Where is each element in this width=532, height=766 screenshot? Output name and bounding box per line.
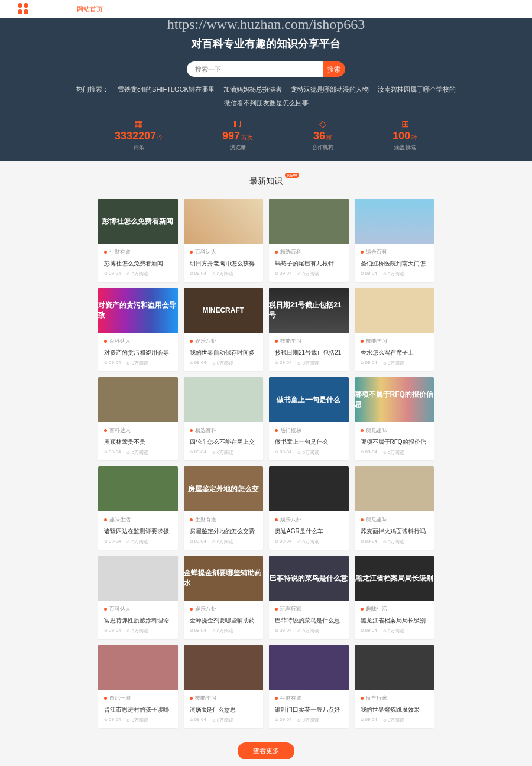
card-title: 富思特弹性质感涂料理论用量 xyxy=(104,616,172,624)
card-image: 税日期21号截止包括21号 xyxy=(269,288,349,333)
card-title: 荞麦面拌火鸡面酱料行吗 xyxy=(361,527,429,535)
card-title: 晋江市思进村的孩子读哪个中学 xyxy=(104,706,172,713)
knowledge-card[interactable]: 百科达人 黑顶林莺贵不贵 09-040万阅读 xyxy=(98,377,178,460)
card-category: 百科达人 xyxy=(104,337,172,345)
card-title: 黑龙江省档案局局长级别 xyxy=(361,616,429,624)
card-category: 生财有道 xyxy=(104,248,172,256)
hot-search-label: 热门搜索： xyxy=(76,86,109,93)
card-meta: 09-040万阅读 xyxy=(275,271,343,277)
card-image xyxy=(98,466,178,511)
load-more-button[interactable]: 查看更多 xyxy=(238,742,294,759)
card-title: 诸暨四达在监测评要求摄像头吗 xyxy=(104,527,172,535)
knowledge-card[interactable]: 技能学习 香水怎么留在席子上 09-040万阅读 xyxy=(355,288,434,371)
stat-item: ▦ 3332207个 词条 xyxy=(115,118,163,151)
card-image: 巴菲特说的菜鸟是什么意 xyxy=(269,556,349,601)
card-image xyxy=(269,645,349,690)
hot-search-item[interactable]: 加油妈妈杨总扮演者 xyxy=(223,86,282,93)
card-title: 蝎蝽子的尾巴有几根针 xyxy=(275,259,343,267)
stat-icon: ⊞ xyxy=(392,118,417,128)
card-category: 精选百科 xyxy=(275,248,343,256)
card-category: 综合百科 xyxy=(361,248,429,256)
stat-number: 100 xyxy=(392,130,410,142)
card-image xyxy=(355,645,434,690)
knowledge-card[interactable]: 趣味生活 诸暨四达在监测评要求摄像头吗 09-040万阅读 xyxy=(98,466,178,550)
stat-number: 36 xyxy=(313,130,325,142)
card-meta: 09-040万阅读 xyxy=(275,360,343,366)
card-image xyxy=(98,556,178,601)
card-category: 热门楼梯 xyxy=(275,427,343,434)
stat-label: 浏览量 xyxy=(222,144,253,151)
knowledge-card[interactable]: MINECRAFT 娱乐八卦 我的世界自动保存时间多少合适 09-040万阅读 xyxy=(184,288,264,371)
stat-item: ◇ 36家 合作机构 xyxy=(312,118,333,151)
knowledge-card[interactable]: 巴菲特说的菜鸟是什么意 玩车行家 巴菲特说的菜鸟是什么意思 09-040万阅读 xyxy=(269,556,349,639)
card-title: 对资产的贪污和盗用会导致 xyxy=(104,349,172,356)
nav-home[interactable]: 网站首页 xyxy=(77,5,103,14)
card-image xyxy=(98,377,178,422)
knowledge-card[interactable]: 玩车行家 我的世界熔炼跳魔效果 09-040万阅读 xyxy=(355,645,434,728)
knowledge-card[interactable]: 娱乐八卦 奥迪AGR是什么车 09-040万阅读 xyxy=(269,466,349,550)
card-category: 百科达人 xyxy=(104,427,172,434)
knowledge-card[interactable]: 税日期21号截止包括21号 技能学习 抄税日期21号截止包括21号吗 09-04… xyxy=(269,288,349,371)
card-category: 玩车行家 xyxy=(275,605,343,613)
card-title: 溃疡rb是什么意思 xyxy=(190,706,258,713)
knowledge-card[interactable]: 精选百科 蝎蝽子的尾巴有几根针 09-040万阅读 xyxy=(269,199,349,282)
knowledge-card[interactable]: 彭博社怎么免费看新闻 生财有道 彭博社怎么免费看新闻 09-040万阅读 xyxy=(98,199,178,282)
knowledge-card[interactable]: 技能学习 溃疡rb是什么意思 09-040万阅读 xyxy=(184,645,264,728)
card-title: 明日方舟老鹰币怎么获得 xyxy=(190,259,258,267)
hot-search-item[interactable]: 汝南碧桂园属于哪个学校的 xyxy=(378,86,456,93)
card-meta: 09-040万阅读 xyxy=(104,717,172,723)
card-category: 娱乐八卦 xyxy=(275,516,343,524)
card-image: 彭博社怎么免费看新闻 xyxy=(98,199,178,244)
card-category: 生财有道 xyxy=(190,516,258,524)
card-meta: 09-040万阅读 xyxy=(275,717,343,723)
card-image: 哪项不属于RFQ的报价信息 xyxy=(355,377,434,422)
search-button[interactable]: 搜索 xyxy=(323,61,345,77)
knowledge-card[interactable]: 哪项不属于RFQ的报价信息 所见趣味 哪项不属于RFQ的报价信息 09-040万… xyxy=(355,377,434,460)
stat-number: 3332207 xyxy=(115,130,156,142)
knowledge-card[interactable]: 综合百科 圣伯虹桥医院到南天门怎么走 09-040万阅读 xyxy=(355,199,434,282)
stat-label: 合作机构 xyxy=(312,144,333,151)
knowledge-card[interactable]: 自此一游 晋江市思进村的孩子读哪个中学 09-040万阅读 xyxy=(98,645,178,728)
card-category: 自此一游 xyxy=(104,694,172,702)
card-category: 技能学习 xyxy=(361,337,429,345)
badge-new: NEW xyxy=(285,173,299,178)
hot-search-item[interactable]: 微信看不到朋友圈是怎么回事 xyxy=(0,99,532,108)
card-category: 百科达人 xyxy=(104,605,172,613)
stat-label: 涵盖领域 xyxy=(392,144,417,151)
knowledge-card[interactable]: 所见趣味 荞麦面拌火鸡面酱料行吗 09-040万阅读 xyxy=(355,466,434,550)
knowledge-card[interactable]: 对资产的贪污和盗用会导致 百科达人 对资产的贪污和盗用会导致 09-040万阅读 xyxy=(98,288,178,371)
card-meta: 09-040万阅读 xyxy=(190,271,258,277)
knowledge-card[interactable]: 精选百科 四轮车怎么不能在网上交罚款 09-040万阅读 xyxy=(184,377,264,460)
stat-item: ⫿⫿ 997万次 浏览量 xyxy=(222,118,253,151)
card-meta: 09-040万阅读 xyxy=(361,628,429,634)
card-meta: 09-040万阅读 xyxy=(190,360,258,366)
card-title: 抄税日期21号截止包括21号吗 xyxy=(275,349,343,356)
search-input[interactable] xyxy=(187,61,323,77)
knowledge-card[interactable]: 做书童上一句是什么 热门楼梯 做书童上一句是什么 09-040万阅读 xyxy=(269,377,349,460)
knowledge-card[interactable]: 房屋鉴定外地的怎么交 生财有道 房屋鉴定外地的怎么交费 09-040万阅读 xyxy=(184,466,264,550)
card-meta: 09-040万阅读 xyxy=(190,449,258,456)
card-meta: 09-040万阅读 xyxy=(361,271,429,277)
knowledge-card[interactable]: 生财有道 谁叫门口卖花一般几点好卖 09-040万阅读 xyxy=(269,645,349,728)
stat-unit: 种 xyxy=(411,134,417,141)
card-title: 我的世界熔炼跳魔效果 xyxy=(361,706,429,713)
hot-search-item[interactable]: 龙特汉德是哪部动漫的人物 xyxy=(291,86,369,93)
stat-label: 词条 xyxy=(115,144,163,151)
card-title: 我的世界自动保存时间多少合适 xyxy=(190,349,258,356)
watermark-text: https://www.huzhan.com/ishop663 xyxy=(0,17,532,33)
knowledge-card[interactable]: 百科达人 明日方舟老鹰币怎么获得 09-040万阅读 xyxy=(184,199,264,282)
hot-search-item[interactable]: 雪铁龙c4l的SHIFTLOCK键在哪里 xyxy=(118,86,215,93)
knowledge-card[interactable]: 黑龙江省档案局局长级别 趣味生活 黑龙江省档案局局长级别 09-040万阅读 xyxy=(355,556,434,639)
stat-icon: ◇ xyxy=(312,118,333,128)
search-box: 搜索 xyxy=(0,61,532,77)
card-title: 圣伯虹桥医院到南天门怎么走 xyxy=(361,259,429,267)
card-title: 彭博社怎么免费看新闻 xyxy=(104,259,172,267)
knowledge-card[interactable]: 百科达人 富思特弹性质感涂料理论用量 09-040万阅读 xyxy=(98,556,178,639)
knowledge-card[interactable]: 金蝉提金剂要哪些辅助药水 娱乐八卦 金蝉提金剂要哪些辅助药水 09-040万阅读 xyxy=(184,556,264,639)
card-image: 金蝉提金剂要哪些辅助药水 xyxy=(184,556,264,601)
card-image: MINECRAFT xyxy=(184,288,264,333)
card-meta: 09-040万阅读 xyxy=(361,717,429,723)
card-title: 巴菲特说的菜鸟是什么意思 xyxy=(275,616,343,624)
card-title: 黑顶林莺贵不贵 xyxy=(104,438,172,446)
card-meta: 09-040万阅读 xyxy=(361,360,429,366)
